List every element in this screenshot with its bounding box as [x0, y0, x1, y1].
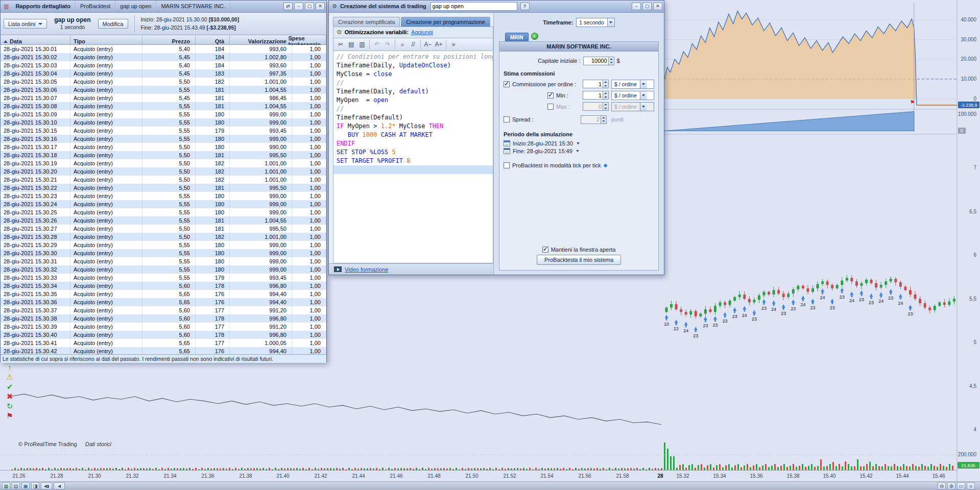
table-row[interactable]: 28-giu-2021 15.30.21Acquisto (entry)5,50…	[1, 176, 326, 184]
chart-icon[interactable]: ▤	[12, 482, 20, 489]
redo-icon[interactable]: ↷	[383, 39, 393, 50]
max-input[interactable]	[583, 103, 603, 110]
capital-input[interactable]	[584, 57, 608, 65]
table-row[interactable]: 28-giu-2021 15.30.03Acquisto (entry)5,40…	[1, 61, 326, 69]
table-row[interactable]: 28-giu-2021 15.30.02Acquisto (entry)5,45…	[1, 53, 326, 61]
table-row[interactable]: 28-giu-2021 15.30.17Acquisto (entry)5,50…	[1, 143, 326, 151]
flag-icon[interactable]: ⚑	[6, 412, 13, 420]
monitor-icon[interactable]: ▣	[21, 482, 30, 489]
table-row[interactable]: 28-giu-2021 15.30.34Acquisto (entry)5,60…	[1, 282, 326, 290]
minimize-button[interactable]: −	[294, 3, 303, 10]
max-checkbox[interactable]	[547, 104, 554, 110]
aggiungi-link[interactable]: Aggiungi	[411, 29, 433, 35]
zoom-in-icon[interactable]: ⊕	[947, 482, 955, 489]
table-row[interactable]: 28-giu-2021 15.30.01Acquisto (entry)5,40…	[1, 45, 326, 53]
more-icon[interactable]: »	[448, 39, 459, 50]
min-unit-select[interactable]: $ / ordine	[611, 91, 654, 100]
commission-checkbox[interactable]	[504, 81, 510, 87]
orders-table-body[interactable]: 28-giu-2021 15.30.01Acquisto (entry)5,40…	[1, 45, 326, 354]
table-row[interactable]: 28-giu-2021 15.30.27Acquisto (entry)5,50…	[1, 225, 326, 233]
table-row[interactable]: 28-giu-2021 15.30.30Acquisto (entry)5,55…	[1, 249, 326, 257]
collapse-icon[interactable]: «	[967, 482, 975, 489]
comment-icon[interactable]: //	[408, 39, 418, 50]
table-row[interactable]: 28-giu-2021 15.30.16Acquisto (entry)5,55…	[1, 135, 326, 143]
table-row[interactable]: 28-giu-2021 15.30.40Acquisto (entry)5,60…	[1, 331, 326, 339]
font-larger-icon[interactable]: A+	[434, 39, 444, 50]
table-row[interactable]: 28-giu-2021 15.30.35Acquisto (entry)5,65…	[1, 290, 326, 298]
tab-symbol-mrin[interactable]: MRIN	[505, 33, 529, 41]
max-unit-select[interactable]: $ / ordine	[611, 102, 654, 111]
table-row[interactable]: 28-giu-2021 15.30.24Acquisto (entry)5,55…	[1, 200, 326, 208]
table-row[interactable]: 28-giu-2021 15.30.31Acquisto (entry)5,55…	[1, 257, 326, 265]
table-row[interactable]: 28-giu-2021 15.30.26Acquisto (entry)5,55…	[1, 216, 326, 225]
help-icon[interactable]: ?	[520, 3, 530, 10]
table-row[interactable]: 28-giu-2021 15.30.04Acquisto (entry)5,45…	[1, 69, 326, 78]
check-icon[interactable]: ✔	[7, 383, 13, 390]
tab-creazione-semplificata[interactable]: Creazione semplificata	[333, 17, 400, 27]
orders-table-header[interactable]: Data Tipo Prezzo Qtà Valorizzazione Spes…	[1, 35, 326, 45]
chevron-down-icon[interactable]	[576, 150, 579, 152]
table-row[interactable]: 28-giu-2021 15.30.05Acquisto (entry)5,50…	[1, 78, 326, 86]
max-stepper[interactable]	[603, 103, 608, 110]
search-icon[interactable]: ⌕	[397, 39, 408, 50]
table-row[interactable]: 28-giu-2021 15.30.15Acquisto (entry)5,55…	[1, 127, 326, 135]
table-row[interactable]: 28-giu-2021 15.30.19Acquisto (entry)5,50…	[1, 159, 326, 167]
run-backtest-button[interactable]: ProBacktesta il mio sistema	[537, 255, 621, 265]
period-start[interactable]: Inizio:28-giu-2021 15:30	[513, 140, 573, 146]
table-row[interactable]: 28-giu-2021 15.30.20Acquisto (entry)5,50…	[1, 167, 326, 176]
refresh-icon[interactable]: ↻	[7, 402, 13, 410]
min-input[interactable]	[583, 91, 603, 99]
commission-unit-select[interactable]: $ / ordine	[611, 80, 654, 89]
video-formazione-link[interactable]: Video formazione	[345, 266, 388, 273]
copy-icon[interactable]: ▤	[346, 39, 356, 50]
table-row[interactable]: 28-giu-2021 15.30.33Acquisto (entry)5,55…	[1, 274, 326, 282]
nav-prev-icon[interactable]: ◀	[54, 482, 65, 489]
editor-titlebar[interactable]: ⚙ Creazione del sistema di trading ? − ▢…	[329, 1, 664, 13]
maximize-button[interactable]: ▢	[305, 3, 314, 10]
cut-icon[interactable]: ✂	[336, 39, 346, 50]
table-row[interactable]: 28-giu-2021 15.30.36Acquisto (entry)5,65…	[1, 298, 326, 306]
table-row[interactable]: 28-giu-2021 15.30.06Acquisto (entry)5,55…	[1, 86, 326, 94]
period-end[interactable]: Fine: 28-giu-2021 15:49	[513, 148, 572, 154]
table-row[interactable]: 28-giu-2021 15.30.22Acquisto (entry)5,50…	[1, 184, 326, 192]
fullscreen-icon[interactable]: ▭	[957, 482, 965, 489]
modifica-button[interactable]: Modifica	[98, 19, 128, 29]
table-row[interactable]: 28-giu-2021 15.30.25Acquisto (entry)5,55…	[1, 208, 326, 216]
tick-mode-checkbox[interactable]	[504, 162, 510, 168]
close-button[interactable]: ✕	[316, 3, 325, 10]
table-row[interactable]: 28-giu-2021 15.30.42Acquisto (entry)5,65…	[1, 347, 326, 354]
lista-ordini-button[interactable]: Lista ordini	[4, 19, 47, 29]
spread-checkbox[interactable]	[504, 116, 510, 122]
timeframe-select[interactable]: 1 secondo	[576, 18, 614, 27]
code-editor[interactable]: // Condizioni per entrare su posizioni l…	[333, 51, 493, 263]
table-row[interactable]: 28-giu-2021 15.30.37Acquisto (entry)5,60…	[1, 306, 326, 314]
min-checkbox[interactable]	[547, 92, 554, 99]
table-row[interactable]: 28-giu-2021 15.30.28Acquisto (entry)5,50…	[1, 233, 326, 241]
keep-open-checkbox[interactable]	[542, 247, 548, 253]
table-row[interactable]: 28-giu-2021 15.30.07Acquisto (entry)5,45…	[1, 94, 326, 102]
table-row[interactable]: 28-giu-2021 15.30.32Acquisto (entry)5,55…	[1, 265, 326, 274]
window-icon[interactable]: ▦	[2, 482, 10, 489]
table-row[interactable]: 28-giu-2021 15.30.08Acquisto (entry)5,55…	[1, 102, 326, 110]
table-row[interactable]: 28-giu-2021 15.30.23Acquisto (entry)5,55…	[1, 192, 326, 200]
close-button[interactable]: ✕	[653, 3, 662, 10]
share-icon[interactable]: ⇄	[283, 3, 293, 10]
commission-stepper[interactable]	[603, 80, 608, 88]
nav-first-icon[interactable]: ◀▮	[41, 482, 52, 489]
zoom-out-icon[interactable]: ⊖	[938, 482, 946, 489]
table-row[interactable]: 28-giu-2021 15.30.18Acquisto (entry)5,50…	[1, 151, 326, 159]
cross-icon[interactable]: ✖	[7, 393, 13, 400]
tab-creazione-programmazione[interactable]: Creazione per programmazione	[401, 17, 490, 27]
table-row[interactable]: 28-giu-2021 15.30.10Acquisto (entry)5,55…	[1, 118, 326, 127]
font-smaller-icon[interactable]: A−	[423, 39, 433, 50]
chevron-down-icon[interactable]	[577, 142, 580, 144]
marker-up-icon[interactable]: ↑	[8, 363, 12, 371]
minimize-button[interactable]: −	[632, 3, 641, 10]
capital-stepper[interactable]	[608, 57, 614, 65]
warning-icon[interactable]: ⚠	[6, 373, 13, 381]
system-name-input[interactable]	[431, 2, 517, 11]
table-row[interactable]: 28-giu-2021 15.30.38Acquisto (entry)5,60…	[1, 314, 326, 323]
paste-icon[interactable]: ▥	[357, 39, 367, 50]
maximize-button[interactable]: ▢	[642, 3, 652, 10]
add-instrument-button[interactable]: +	[531, 33, 538, 40]
